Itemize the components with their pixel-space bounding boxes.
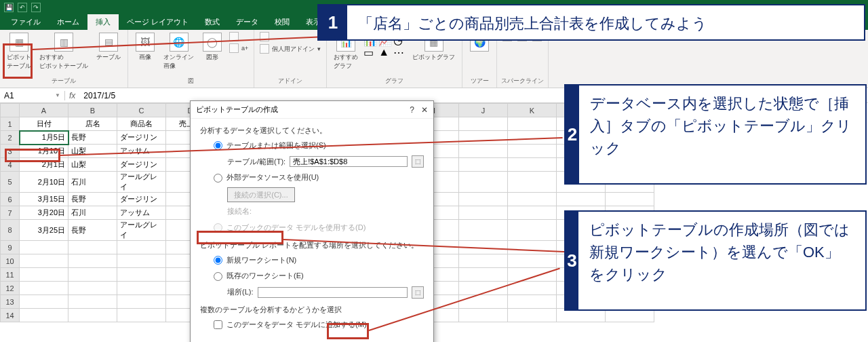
cell[interactable] — [459, 172, 508, 193]
cell[interactable] — [508, 206, 557, 220]
cell[interactable]: 1月5日 — [20, 131, 68, 145]
cell[interactable] — [459, 295, 508, 309]
myaddin-button[interactable]: 個人用アドイン ▾ — [258, 43, 322, 54]
cell[interactable] — [508, 193, 557, 206]
row-header[interactable]: 7 — [1, 206, 20, 220]
cell[interactable] — [68, 268, 117, 282]
rec-pivot-button[interactable]: ▥ おすすめ ピボットテーブル — [37, 31, 91, 72]
formula-input[interactable]: 2017/1/5 — [79, 91, 119, 100]
cell[interactable] — [117, 254, 166, 268]
row-header[interactable]: 4 — [1, 158, 20, 172]
cell[interactable]: 長野 — [68, 193, 117, 206]
cell[interactable] — [459, 220, 508, 241]
cell[interactable]: 山梨 — [68, 158, 117, 172]
column-header[interactable]: B — [68, 104, 117, 117]
cell[interactable] — [508, 295, 557, 309]
cell[interactable] — [459, 206, 508, 220]
tab-home[interactable]: ホーム — [49, 14, 87, 30]
cell[interactable]: 3月25日 — [20, 220, 68, 241]
row-header[interactable]: 9 — [1, 241, 20, 254]
cell[interactable] — [117, 282, 166, 295]
cell[interactable] — [117, 295, 166, 309]
screenshot-button[interactable]: a+ — [228, 43, 250, 54]
cell[interactable] — [20, 254, 68, 268]
row-header[interactable]: 13 — [1, 295, 20, 309]
fx-icon[interactable]: fx — [65, 91, 79, 100]
row-header[interactable]: 3 — [1, 145, 20, 158]
row-header[interactable]: 6 — [1, 193, 20, 206]
range-ref-button[interactable]: ⬚ — [412, 155, 424, 168]
opt-new-worksheet[interactable]: 新規ワークシート(N) — [214, 254, 424, 267]
close-icon[interactable]: ✕ — [421, 105, 428, 115]
chk-add-datamodel[interactable]: このデータをデータ モデルに追加する(M) — [214, 318, 424, 332]
cell[interactable]: 3月20日 — [20, 206, 68, 220]
cell[interactable] — [508, 220, 557, 241]
cell[interactable] — [508, 145, 557, 158]
picture-button[interactable]: 🖼画像 — [132, 31, 158, 63]
cell[interactable]: 石川 — [68, 206, 117, 220]
row-header[interactable]: 14 — [1, 309, 20, 322]
opt-existing-worksheet[interactable]: 既存のワークシート(E) — [214, 269, 424, 283]
checkbox-datamodel[interactable] — [214, 320, 222, 329]
scatter-chart-icon[interactable]: ⋯ — [393, 46, 406, 57]
redo-icon[interactable]: ↷ — [31, 3, 41, 12]
help-icon[interactable]: ? — [410, 105, 414, 115]
location-input[interactable] — [258, 287, 408, 298]
cell[interactable] — [508, 158, 557, 172]
cell[interactable] — [459, 145, 508, 158]
save-icon[interactable]: 💾 — [4, 3, 14, 12]
cell[interactable] — [20, 282, 68, 295]
tab-formulas[interactable]: 数式 — [197, 14, 228, 30]
cell[interactable] — [606, 193, 654, 206]
location-ref-button[interactable]: ⬚ — [412, 286, 424, 299]
tab-insert[interactable]: 挿入 — [87, 14, 119, 30]
radio-external[interactable] — [214, 174, 222, 183]
cell[interactable] — [68, 282, 117, 295]
row-header[interactable]: 2 — [1, 131, 20, 145]
column-header[interactable]: K — [508, 104, 557, 117]
cell[interactable] — [557, 193, 606, 206]
cell[interactable] — [508, 309, 557, 322]
cell[interactable] — [68, 295, 117, 309]
tab-pagelayout[interactable]: ページ レイアウト — [119, 14, 197, 30]
cell[interactable] — [459, 131, 508, 145]
cell[interactable] — [20, 309, 68, 322]
cell[interactable]: アールグレイ — [117, 172, 166, 193]
cell[interactable]: 石川 — [68, 172, 117, 193]
cell[interactable] — [68, 241, 117, 254]
cell[interactable] — [508, 241, 557, 254]
cell[interactable] — [20, 241, 68, 254]
column-header[interactable]: A — [20, 104, 68, 117]
undo-icon[interactable]: ↶ — [18, 3, 27, 12]
chevron-down-icon[interactable]: ▼ — [55, 92, 60, 98]
cell[interactable] — [117, 241, 166, 254]
cell[interactable] — [459, 309, 508, 322]
bar-chart-icon[interactable]: ▭ — [363, 46, 376, 57]
cell[interactable]: 山梨 — [68, 145, 117, 158]
cell[interactable]: アールグレイ — [117, 220, 166, 241]
cell[interactable] — [459, 268, 508, 282]
cell[interactable]: 2月1日 — [20, 158, 68, 172]
row-header[interactable]: 8 — [1, 220, 20, 241]
cell[interactable] — [459, 117, 508, 131]
cell[interactable] — [459, 193, 508, 206]
cell[interactable]: 店名 — [68, 117, 117, 131]
tab-review[interactable]: 校閲 — [267, 14, 298, 30]
opt-external[interactable]: 外部データソースを使用(U) — [214, 171, 424, 185]
radio-exist-ws[interactable] — [214, 272, 222, 281]
cell[interactable]: アッサム — [117, 206, 166, 220]
range-input[interactable] — [290, 156, 408, 167]
row-header[interactable]: 10 — [1, 254, 20, 268]
row-header[interactable]: 5 — [1, 172, 20, 193]
cell[interactable]: 日付 — [20, 117, 68, 131]
cell[interactable]: 3月15日 — [20, 193, 68, 206]
tab-file[interactable]: ファイル — [3, 14, 49, 30]
cell[interactable] — [117, 268, 166, 282]
cell[interactable] — [68, 254, 117, 268]
row-header[interactable]: 1 — [1, 117, 20, 131]
cell[interactable]: ダージリン — [117, 193, 166, 206]
cell[interactable] — [20, 295, 68, 309]
cell[interactable]: 長野 — [68, 131, 117, 145]
cell[interactable] — [508, 254, 557, 268]
cell[interactable] — [117, 309, 166, 322]
